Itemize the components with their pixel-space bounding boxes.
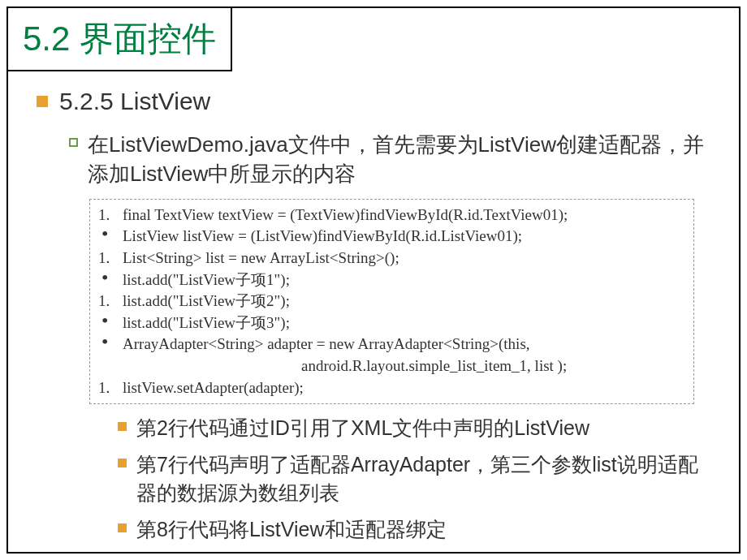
code-marker: 1.	[98, 248, 123, 269]
content-area: 5.2.5 ListView 在ListViewDemo.java文件中，首先需…	[8, 71, 739, 560]
note-item: 第7行代码声明了适配器ArrayAdapter，第三个参数list说明适配器的数…	[118, 450, 710, 507]
slide-title: 5.2 界面控件	[23, 16, 216, 62]
code-line: 1. listView.setAdapter(adapter);	[98, 377, 685, 399]
description-item: 在ListViewDemo.java文件中，首先需要为ListView创建适配器…	[69, 130, 710, 189]
bullet-icon	[118, 523, 127, 532]
bullet-icon	[118, 459, 127, 467]
code-text: List<String> list = new ArrayList<String…	[123, 248, 685, 269]
note-text: 第2行代码通过ID引用了XML文件中声明的ListView	[136, 414, 589, 442]
code-text: list.add("ListView子项3");	[123, 312, 685, 334]
slide-frame: 5.2 界面控件 5.2.5 ListView 在ListViewDemo.ja…	[6, 6, 741, 554]
section-title: 5.2.5 ListView	[59, 88, 210, 115]
code-line: android.R.layout.simple_list_item_1, lis…	[98, 355, 685, 377]
code-marker: 1.	[98, 377, 123, 399]
code-marker: 1.	[98, 205, 123, 226]
code-line: 1. final TextView textView = (TextView)f…	[98, 205, 685, 226]
bullet-icon	[118, 422, 127, 431]
code-line: • list.add("ListView子项1");	[98, 269, 685, 291]
bullet-outline-icon	[69, 138, 78, 147]
description-text: 在ListViewDemo.java文件中，首先需要为ListView创建适配器…	[88, 130, 710, 189]
code-text: final TextView textView = (TextView)find…	[123, 205, 685, 226]
code-line: 1. list.add("ListView子项2");	[98, 291, 685, 312]
bullet-icon	[37, 96, 48, 107]
code-marker: •	[98, 226, 123, 243]
code-text: android.R.layout.simple_list_item_1, lis…	[123, 355, 685, 377]
section-header: 5.2.5 ListView	[37, 88, 710, 115]
code-marker: •	[98, 312, 123, 330]
code-marker: •	[98, 269, 123, 287]
code-line: • list.add("ListView子项3");	[98, 312, 685, 334]
note-text: 第8行代码将ListView和适配器绑定	[136, 515, 447, 544]
code-marker: 1.	[98, 291, 123, 312]
note-item: 第2行代码通过ID引用了XML文件中声明的ListView	[118, 414, 710, 442]
code-text: listView.setAdapter(adapter);	[123, 377, 685, 399]
code-text: list.add("ListView子项2");	[123, 291, 685, 312]
note-text: 第7行代码声明了适配器ArrayAdapter，第三个参数list说明适配器的数…	[136, 450, 710, 507]
code-line: • ListView listView = (ListView)findView…	[98, 226, 685, 248]
code-text: ArrayAdapter<String> adapter = new Array…	[123, 334, 685, 355]
code-line: • ArrayAdapter<String> adapter = new Arr…	[98, 334, 685, 355]
code-line: 1. List<String> list = new ArrayList<Str…	[98, 248, 685, 269]
code-text: ListView listView = (ListView)findViewBy…	[123, 226, 685, 248]
code-text: list.add("ListView子项1");	[123, 269, 685, 291]
note-item: 第8行代码将ListView和适配器绑定	[118, 515, 710, 544]
code-box: 1. final TextView textView = (TextView)f…	[89, 199, 694, 404]
code-marker: •	[98, 334, 123, 351]
title-box: 5.2 界面控件	[6, 6, 232, 71]
